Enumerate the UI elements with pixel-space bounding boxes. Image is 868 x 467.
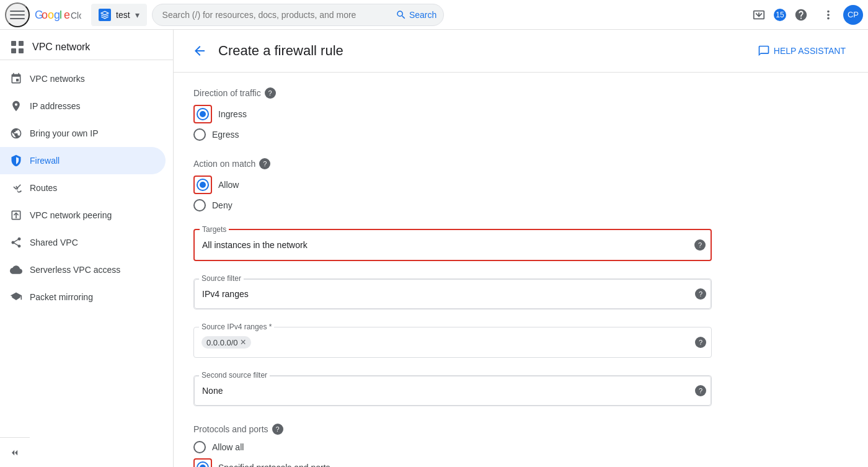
- source-ipv4-input[interactable]: 0.0.0.0/0 ×: [194, 327, 711, 357]
- project-name: test: [116, 10, 130, 20]
- project-selector[interactable]: test ▾: [91, 4, 147, 26]
- action-deny-radio[interactable]: [193, 199, 206, 211]
- svg-rect-11: [19, 41, 24, 46]
- page-title: Create a firewall rule: [218, 43, 343, 59]
- action-label-text: Action on match: [193, 159, 255, 169]
- direction-ingress-label: Ingress: [218, 109, 247, 119]
- notification-badge[interactable]: 15: [774, 9, 786, 21]
- targets-help-icon[interactable]: ?: [694, 239, 706, 251]
- sidebar-item-firewall-label: Firewall: [30, 156, 60, 166]
- specified-protocols-radio[interactable]: [197, 461, 209, 467]
- source-ipv4-container: Source IPv4 ranges * 0.0.0.0/0 × ?: [193, 327, 712, 358]
- sidebar-item-vpc-networks[interactable]: VPC networks: [0, 65, 166, 92]
- firewall-icon: [10, 154, 22, 167]
- back-button[interactable]: [188, 40, 211, 62]
- sidebar-item-bring-your-own-ip[interactable]: Bring your own IP: [0, 120, 166, 147]
- source-ipv4-chip: 0.0.0.0/0 ×: [202, 336, 251, 349]
- source-filter-select[interactable]: IPv4 ranges IPv6 ranges IPv4 and IPv6 ra…: [194, 279, 711, 309]
- search-bar[interactable]: Search: [152, 4, 445, 26]
- svg-text:o: o: [42, 9, 48, 21]
- source-ipv4-float-label: Source IPv4 ranges *: [199, 322, 274, 331]
- protocols-ports-label-text: Protocols and ports: [193, 424, 268, 434]
- direction-ingress-option[interactable]: Ingress: [193, 105, 712, 123]
- routes-icon: [10, 182, 22, 194]
- source-ipv4-chip-remove[interactable]: ×: [241, 337, 246, 347]
- second-source-icons: ?: [695, 385, 706, 396]
- targets-select[interactable]: All instances in the network Specified t…: [195, 230, 711, 260]
- action-deny-option[interactable]: Deny: [193, 199, 712, 211]
- project-icon: [99, 9, 111, 21]
- source-filter-section: Source filter IPv4 ranges IPv6 ranges IP…: [193, 278, 712, 309]
- second-source-filter-select[interactable]: None Source tags Service account: [194, 376, 711, 406]
- sidebar-item-serverless-vpc-access[interactable]: Serverless VPC access: [0, 256, 166, 283]
- topbar-actions: 15 CP: [746, 2, 863, 27]
- targets-icons: ?: [694, 239, 706, 251]
- bring-your-own-ip-icon: [10, 127, 22, 140]
- second-source-help-icon[interactable]: ?: [695, 385, 706, 396]
- action-label: Action on match ?: [193, 158, 712, 169]
- svg-text:o: o: [48, 9, 54, 21]
- sidebar-item-shared-vpc[interactable]: Shared VPC: [0, 229, 166, 256]
- svg-text:Cloud: Cloud: [71, 11, 81, 20]
- allow-all-option[interactable]: Allow all: [193, 441, 712, 453]
- targets-float-label: Targets: [200, 225, 229, 234]
- source-ipv4-help-icon[interactable]: ?: [695, 337, 706, 348]
- direction-egress-option[interactable]: Egress: [193, 128, 712, 141]
- action-allow-label: Allow: [218, 180, 239, 190]
- direction-of-traffic-section: Direction of traffic ? Ingress Egress: [193, 87, 712, 141]
- svg-rect-10: [11, 41, 16, 46]
- direction-label: Direction of traffic ?: [193, 87, 712, 99]
- action-help-icon[interactable]: ?: [259, 158, 270, 169]
- svg-rect-13: [19, 48, 24, 53]
- vpc-networks-icon: [10, 73, 22, 85]
- direction-egress-radio[interactable]: [193, 128, 206, 141]
- protocols-ports-section: Protocols and ports ? Allow all Specifie…: [193, 424, 712, 467]
- targets-section: Targets All instances in the network Spe…: [193, 229, 712, 261]
- protocols-ports-help-icon[interactable]: ?: [272, 424, 283, 435]
- source-ipv4-section: Source IPv4 ranges * 0.0.0.0/0 × ?: [193, 327, 712, 358]
- allow-all-label: Allow all: [212, 442, 244, 452]
- svg-rect-2: [10, 18, 25, 19]
- sidebar-item-vpc-network-peering-label: VPC network peering: [30, 210, 112, 220]
- action-deny-label: Deny: [212, 200, 232, 210]
- action-allow-radio[interactable]: [197, 179, 209, 191]
- menu-button[interactable]: [5, 2, 30, 27]
- specified-protocols-option[interactable]: Specified protocols and ports: [193, 458, 712, 467]
- sidebar-item-packet-mirroring[interactable]: Packet mirroring: [0, 283, 166, 311]
- direction-label-text: Direction of traffic: [193, 88, 261, 98]
- serverless-vpc-icon: [10, 264, 22, 276]
- sidebar-collapse-button[interactable]: [0, 437, 30, 467]
- sidebar-item-routes[interactable]: Routes: [0, 174, 166, 202]
- help-assistant-label: HELP ASSISTANT: [774, 46, 846, 56]
- google-cloud-logo[interactable]: G o o g l e Cloud: [35, 7, 81, 22]
- sidebar-item-ip-addresses[interactable]: IP addresses: [0, 92, 166, 120]
- svg-rect-12: [11, 48, 16, 53]
- sidebar-item-firewall[interactable]: Firewall: [0, 147, 166, 174]
- action-allow-option[interactable]: Allow: [193, 176, 712, 194]
- main-layout: VPC network VPC networks IP addresses Br…: [0, 30, 868, 467]
- source-filter-help-icon[interactable]: ?: [695, 288, 706, 300]
- more-options-button[interactable]: [816, 2, 841, 27]
- specified-protocols-label: Specified protocols and ports: [218, 463, 330, 467]
- help-assistant-button[interactable]: HELP ASSISTANT: [750, 40, 853, 62]
- cloud-shell-button[interactable]: [746, 2, 771, 27]
- user-avatar[interactable]: CP: [843, 5, 863, 25]
- allow-all-radio[interactable]: [193, 441, 206, 453]
- targets-container: Targets All instances in the network Spe…: [193, 229, 712, 261]
- svg-rect-1: [10, 14, 25, 16]
- second-source-float-label: Second source filter: [199, 371, 270, 380]
- source-filter-icons: ?: [695, 288, 706, 300]
- source-filter-container: Source filter IPv4 ranges IPv6 ranges IP…: [193, 278, 712, 309]
- content-area: Create a firewall rule HELP ASSISTANT Di…: [174, 30, 868, 467]
- search-label: Search: [409, 10, 436, 20]
- source-ipv4-icons: ?: [695, 337, 706, 348]
- help-button[interactable]: [789, 2, 813, 27]
- direction-help-icon[interactable]: ?: [265, 87, 276, 99]
- sidebar-title: VPC network: [32, 42, 90, 53]
- search-button[interactable]: Search: [391, 7, 441, 23]
- sidebar-item-vpc-network-peering[interactable]: VPC network peering: [0, 202, 166, 229]
- project-dropdown-arrow: ▾: [135, 10, 140, 20]
- direction-ingress-radio[interactable]: [197, 108, 209, 120]
- sidebar-item-ip-addresses-label: IP addresses: [30, 101, 80, 111]
- action-on-match-section: Action on match ? Allow Deny: [193, 158, 712, 211]
